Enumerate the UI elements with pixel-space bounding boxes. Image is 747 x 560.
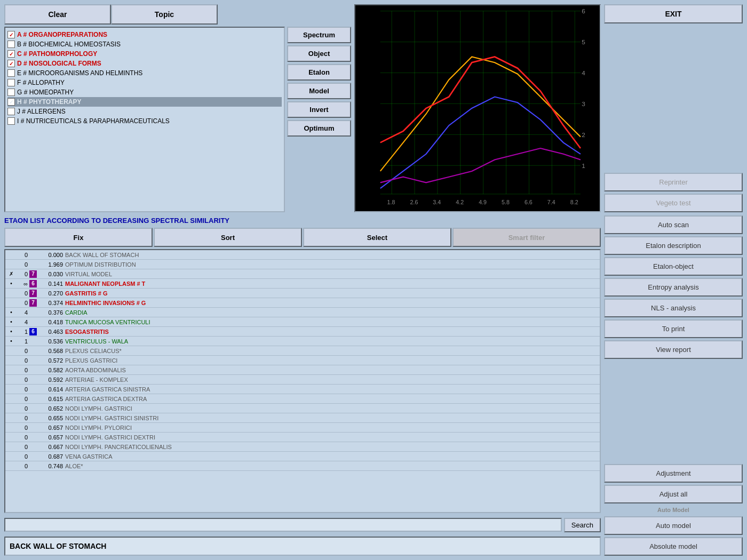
sort-button[interactable]: Sort [154,228,302,247]
list-item[interactable]: 00.568PLEXUS CELIACUS* [5,346,600,356]
list-item[interactable]: 00.572PLEXUS GASTRICI [5,356,600,365]
list-item[interactable]: 00.614ARTERIA GASTRICA SINISTRA [5,385,600,394]
list-item[interactable]: •10.536VENTRICULUS - WALA [5,337,600,346]
topic-item-d[interactable]: ✓D # NOSOLOGICAL FORMS [7,59,282,68]
row-num1: 0 [16,357,28,364]
row-score: 0.657 [38,425,65,431]
list-item[interactable]: 00.657NODI LYMPH. GASTRICI DEXTRI [5,433,600,442]
clear-button[interactable]: Clear [4,4,111,25]
list-item[interactable]: 00.582AORTA ABDOMINALIS [5,365,600,375]
list-item[interactable]: 00.652NODI LYMPH. GASTRICI [5,404,600,413]
list-item[interactable]: 01.969OPTIMUM DISTRIBUTION [5,260,600,269]
row-score: 0.376 [38,309,65,316]
list-item[interactable]: •40.376CARDIA [5,308,600,317]
auto-model-label: Auto Model [604,506,743,514]
row-name: NODI LYMPH. PYLORICI [65,425,599,431]
exit-button[interactable]: EXIT [604,4,743,23]
entropy-analysis-button[interactable]: Entropy analysis [604,278,743,297]
svg-text:3: 3 [582,100,585,107]
topic-item-h[interactable]: ✓H # PHYTOTHERAPY [7,97,282,107]
invert-button[interactable]: Invert [287,101,351,118]
view-report-button[interactable]: View report [604,340,743,359]
row-score: 0.572 [38,357,65,364]
row-num1: 0 [16,463,28,469]
topic-checkbox-i [7,117,15,125]
fix-button[interactable]: Fix [4,228,153,247]
nls-analysis-button[interactable]: NLS - analysis [604,299,743,317]
object-button[interactable]: Object [287,45,351,62]
list-item[interactable]: 00.655NODI LYMPH. GASTRICI SINISTRI [5,413,600,423]
topic-item-b[interactable]: B # BIOCHEMICAL HOMEOSTASIS [7,39,282,49]
auto-scan-button[interactable]: Auto scan [604,215,743,234]
row-name: TUNICA MUCOSA VENTRICULI [65,319,599,325]
topic-item-e[interactable]: E # MICROORGANISMS AND HELMINTHS [7,68,282,78]
list-item[interactable]: •160.463ESOGASTRITIS [5,327,600,337]
select-button[interactable]: Select [303,228,451,247]
topic-checkbox-g [7,89,15,96]
row-num1: 0 [16,252,28,258]
row-icon: • [6,281,16,286]
list-item[interactable]: ✗070.030VIRTUAL MODEL [5,269,600,279]
auto-model-button[interactable]: Auto model [604,516,743,535]
row-num1: 0 [16,415,28,421]
topic-label-g: G # HOMEOPATHY [17,89,74,96]
vegeto-test-button[interactable]: Vegeto test [604,194,743,212]
model-button[interactable]: Model [287,83,351,99]
topic-item-g[interactable]: G # HOMEOPATHY [7,87,282,97]
topic-checkbox-j [7,108,15,115]
row-icon: • [6,329,16,334]
topic-item-j[interactable]: J # ALLERGENS [7,107,282,116]
row-name: CARDIA [65,309,599,316]
topic-item-a[interactable]: ✓A # ORGANOPREPARATIONS [7,30,282,39]
row-score: 1.969 [38,261,65,268]
row-score: 0.418 [38,319,65,325]
spectrum-chart: 6 5 4 3 2 1 1.8 2.6 3.4 4.2 4.9 5.8 6.6 … [354,4,601,212]
search-input[interactable] [4,518,562,532]
topic-label-a: A # ORGANOPREPARATIONS [17,31,107,38]
data-list[interactable]: 00.000BACK WALL OF STOMACH01.969OPTIMUM … [4,249,601,513]
list-item[interactable]: 00.667NODI LYMPH. PANCREATICOLIENALIS [5,442,600,452]
list-item[interactable]: 00.000BACK WALL OF STOMACH [5,250,600,260]
row-name: ARTERIA GASTRICA DEXTRA [65,396,599,402]
optimum-button[interactable]: Optimum [287,120,351,137]
svg-text:6: 6 [582,7,585,14]
list-item[interactable]: 00.657NODI LYMPH. PYLORICI [5,423,600,433]
row-name: AORTA ABDOMINALIS [65,367,599,373]
search-button[interactable]: Search [564,518,601,532]
section-title: ETAON LIST ACCORDING TO DECREASING SPECT… [4,215,601,226]
etalon-description-button[interactable]: Etalon description [604,236,743,255]
row-badge: 6 [28,280,38,287]
topic-button[interactable]: Topic [111,4,218,25]
list-item[interactable]: 00.748ALOE* [5,461,600,471]
absolute-model-button[interactable]: Absolute model [604,537,743,556]
row-icon: • [6,338,16,344]
spectrum-button[interactable]: Spectrum [287,27,351,43]
svg-text:4.9: 4.9 [479,199,487,205]
adjust-all-button[interactable]: Adjust all [604,485,743,503]
list-item[interactable]: 00.615ARTERIA GASTRICA DEXTRA [5,394,600,404]
row-badge: 7 [28,299,38,307]
list-item[interactable]: 00.592ARTERIAE - KOMPLEX [5,375,600,385]
right-sidebar-bottom: Auto scan Etalon description Etalon-obje… [604,215,743,556]
list-item[interactable]: 070.270GASTRITIS # G [5,289,600,298]
row-num1: 0 [16,290,28,297]
list-item[interactable]: •∞60.141MALIGNANT NEOPLASM # T [5,279,600,289]
list-item[interactable]: 00.687VENA GASTRICA [5,452,600,461]
row-score: 0.614 [38,386,65,393]
topic-label-e: E # MICROORGANISMS AND HELMINTHS [17,69,142,77]
reprinter-button[interactable]: Reprinter [604,173,743,191]
row-icon: ✗ [6,271,16,277]
etalon-button[interactable]: Etalon [287,64,351,81]
row-score: 0.536 [38,338,65,345]
smart-filter-button[interactable]: Smart filter [452,228,601,247]
topic-item-f[interactable]: F # ALLOPATHY [7,78,282,87]
etalon-object-button[interactable]: Etalon-object [604,257,743,276]
list-item[interactable]: 070.374HELMINTHIC INVASIONS # G [5,298,600,308]
adjustment-button[interactable]: Adjustment [604,464,743,483]
topic-item-c[interactable]: ✓C # PATHOMORPHOLOGY [7,49,282,59]
topic-item-i[interactable]: I # NUTRICEUTICALS & PARAPHARMACEUTICALS [7,116,282,126]
to-print-button[interactable]: To print [604,319,743,338]
svg-text:5.8: 5.8 [502,199,510,205]
list-item[interactable]: •40.418TUNICA MUCOSA VENTRICULI [5,317,600,327]
svg-text:3.4: 3.4 [433,199,441,205]
